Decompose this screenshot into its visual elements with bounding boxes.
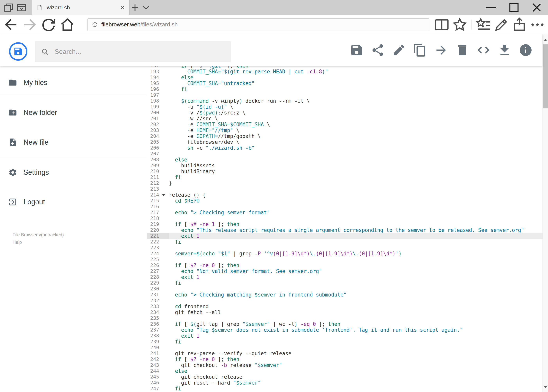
fold-arrow-icon[interactable] (162, 194, 165, 196)
line-number[interactable]: 197 (147, 92, 169, 98)
line-number[interactable]: 232 (147, 298, 169, 304)
line-number[interactable]: 237 (147, 327, 169, 333)
line-number[interactable]: 243 (147, 362, 169, 368)
favorite-star-icon[interactable] (451, 16, 469, 33)
code-line-211[interactable]: 211 fi (147, 174, 542, 180)
search-box[interactable] (35, 41, 231, 62)
code-line-197[interactable]: 197 (147, 92, 542, 98)
rename-button[interactable] (392, 43, 406, 57)
line-number[interactable]: 228 (147, 274, 169, 280)
code-line-221[interactable]: 221 exit 1 (147, 233, 542, 239)
code-line-238[interactable]: 238 exit 1 (147, 333, 542, 339)
code-line-245[interactable]: 245 git checkout release (147, 374, 542, 380)
line-number[interactable]: 222 (147, 239, 169, 245)
line-number[interactable]: 230 (147, 286, 169, 292)
code-line-203[interactable]: 203 -e HOME="//tmp" \ (147, 127, 542, 133)
code-line-239[interactable]: 239 fi (147, 339, 542, 345)
line-number[interactable]: 218 (147, 216, 169, 221)
maximize-button[interactable] (503, 0, 525, 15)
save-button[interactable] (350, 43, 364, 57)
code-button[interactable] (476, 43, 491, 57)
line-number[interactable]: 231 (147, 292, 169, 298)
info-button[interactable] (519, 43, 533, 57)
sidebar-item-new-file[interactable]: New file (0, 134, 147, 151)
code-line-237[interactable]: 237 echo "Tag $semver does not exist in … (147, 327, 542, 333)
code-line-219[interactable]: 219 if [ $# -ne 1 ]; then (147, 221, 542, 227)
copy-button[interactable] (413, 43, 427, 57)
code-line-244[interactable]: 244 else (147, 368, 542, 374)
forward-button[interactable] (20, 16, 39, 33)
line-number[interactable]: 207 (147, 151, 169, 157)
site-info-icon[interactable] (92, 22, 98, 28)
line-number[interactable]: 225 (147, 257, 169, 262)
code-line-199[interactable]: 199 -u "$(id -u)" \ (147, 104, 542, 110)
code-line-200[interactable]: 200 -v /$(pwd):/src:z \ (147, 110, 542, 116)
line-number[interactable]: 198 (147, 98, 169, 104)
line-number[interactable]: 229 (147, 280, 169, 286)
sidebar-item-new-folder[interactable]: New folder (0, 104, 147, 121)
code-line-217[interactable]: 217 echo "> Checking semver format" (147, 210, 542, 216)
code-line-220[interactable]: 220 echo "This release script requires a… (147, 227, 542, 233)
code-line-216[interactable]: 216 (147, 204, 542, 210)
line-number[interactable]: 239 (147, 339, 169, 345)
scrollbar-up-arrow[interactable] (544, 39, 547, 41)
share-button[interactable] (371, 43, 385, 57)
download-button[interactable] (498, 43, 512, 57)
new-tab-button[interactable] (130, 2, 140, 14)
tab-close-icon[interactable] (120, 5, 125, 10)
code-line-210[interactable]: 210 buildBinary (147, 168, 542, 174)
line-number[interactable]: 238 (147, 333, 169, 339)
code-line-218[interactable]: 218 (147, 216, 542, 221)
code-line-205[interactable]: 205 filebrowser/dev \ (147, 139, 542, 145)
line-number[interactable]: 200 (147, 110, 169, 116)
code-line-215[interactable]: 215 cd $REPO (147, 198, 542, 204)
code-line-224[interactable]: 224 semver=$(echo "$1" | grep -P '^v(0|[… (147, 251, 542, 257)
code-line-231[interactable]: 231 echo "> Checking matching $semver in… (147, 292, 542, 298)
code-line-212[interactable]: 212} (147, 180, 542, 186)
sidebar-item-my-files[interactable]: My files (0, 74, 147, 91)
line-number[interactable]: 234 (147, 309, 169, 315)
line-number[interactable]: 242 (147, 356, 169, 362)
line-number[interactable]: 208 (147, 157, 169, 163)
more-options-icon[interactable] (528, 16, 547, 33)
code-line-195[interactable]: 195 COMMIT_SHA="untracked" (147, 80, 542, 86)
line-number[interactable]: 203 (147, 127, 169, 133)
code-editor[interactable]: 192 if [ -d ".git" ]; then193 COMMIT_SHA… (147, 66, 542, 392)
line-number[interactable]: 205 (147, 139, 169, 145)
line-number[interactable]: 201 (147, 116, 169, 121)
line-number[interactable]: 196 (147, 86, 169, 92)
line-number[interactable]: 241 (147, 350, 169, 356)
line-number[interactable]: 236 (147, 321, 169, 327)
line-number[interactable]: 211 (147, 174, 169, 180)
line-number[interactable]: 204 (147, 133, 169, 139)
code-line-230[interactable]: 230 (147, 286, 542, 292)
page-scrollbar[interactable] (542, 35, 548, 392)
code-line-240[interactable]: 240 (147, 345, 542, 350)
line-number[interactable]: 224 (147, 251, 169, 257)
help-link[interactable]: Help (13, 238, 64, 246)
code-line-242[interactable]: 242 if [ $? -ne 0 ]; then (147, 356, 542, 362)
code-line-235[interactable]: 235 (147, 315, 542, 321)
code-line-206[interactable]: 206 sh -c "./wizard.sh -b" (147, 145, 542, 151)
tabs-aside-icon[interactable] (3, 2, 14, 14)
code-line-193[interactable]: 193 COMMIT_SHA="$(git rev-parse HEAD | c… (147, 69, 542, 75)
code-line-196[interactable]: 196 fi (147, 86, 542, 92)
line-number[interactable]: 219 (147, 221, 169, 227)
line-number[interactable]: 216 (147, 204, 169, 210)
sidebar-item-logout[interactable]: Logout (0, 194, 147, 210)
hub-icon[interactable] (474, 16, 493, 33)
line-number[interactable]: 194 (147, 75, 169, 80)
code-line-207[interactable]: 207 (147, 151, 542, 157)
tab-list-chevron-icon[interactable] (140, 2, 152, 14)
window-close-button[interactable] (525, 0, 548, 15)
code-line-247[interactable]: 247 fi (147, 386, 542, 392)
code-line-225[interactable]: 225 (147, 257, 542, 262)
code-line-213[interactable]: 213 (147, 186, 542, 192)
code-line-192[interactable]: 192 if [ -d ".git" ]; then (147, 66, 542, 69)
code-line-234[interactable]: 234 git fetch --all (147, 309, 542, 315)
line-number[interactable]: 246 (147, 380, 169, 386)
back-button[interactable] (1, 16, 20, 33)
reading-view-icon[interactable] (433, 16, 451, 33)
line-number[interactable]: 215 (147, 198, 169, 204)
line-number[interactable]: 209 (147, 163, 169, 168)
